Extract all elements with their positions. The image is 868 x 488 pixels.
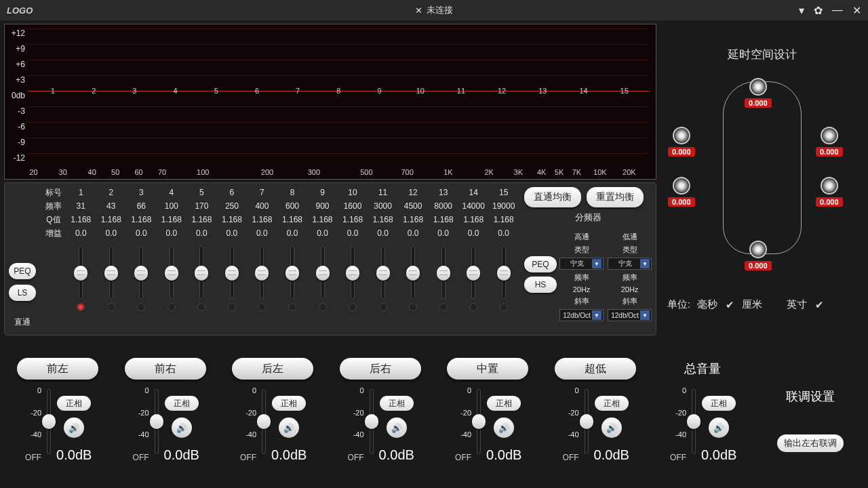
speaker-5[interactable]: 0.000 (745, 241, 772, 270)
logo: LOGO (7, 5, 33, 16)
channel-fader-1[interactable] (155, 389, 159, 454)
eq-led-13[interactable] (439, 303, 448, 311)
output-link-button[interactable]: 输出左右联调 (777, 434, 844, 452)
eq-led-8[interactable] (288, 303, 296, 311)
channel-4: 中置 0-20-40OFF 正相 🔊 0.0dB (437, 355, 539, 482)
channel-fader-master[interactable] (692, 389, 696, 454)
speaker-icon (749, 78, 767, 96)
mute-button-5[interactable]: 🔊 (601, 418, 622, 438)
eq-slider-7[interactable] (260, 246, 264, 299)
phase-button-master[interactable]: 正相 (702, 396, 736, 411)
mute-button-2[interactable]: 🔊 (279, 418, 299, 438)
peq-right-button[interactable]: PEQ (524, 256, 557, 272)
channel-db-master: 0.0dB (701, 447, 736, 463)
unit-cm-check[interactable] (769, 300, 780, 310)
eq-led-2[interactable] (107, 303, 115, 311)
dropdown-icon[interactable]: ▾ (799, 4, 804, 17)
channel-select-2[interactable]: 后左 (232, 358, 313, 380)
channel-select-1[interactable]: 前右 (125, 358, 206, 380)
channel-select-5[interactable]: 超低 (555, 358, 636, 380)
eq-slider-12[interactable] (411, 246, 415, 299)
eq-slider-6[interactable] (230, 246, 234, 299)
eq-led-9[interactable] (319, 303, 327, 311)
eq-led-3[interactable] (137, 303, 145, 311)
channel-fader-0[interactable] (47, 389, 51, 454)
eq-slider-1[interactable] (79, 246, 83, 299)
eq-slider-15[interactable] (502, 246, 506, 299)
mute-button-3[interactable]: 🔊 (387, 418, 407, 438)
speaker-icon: 🔊 (176, 423, 187, 433)
hs-button[interactable]: HS (524, 277, 557, 293)
speaker-icon (673, 177, 690, 195)
phase-button-2[interactable]: 正相 (272, 396, 306, 411)
speaker-3[interactable]: 0.000 (668, 177, 695, 207)
eq-led-11[interactable] (379, 303, 387, 311)
eq-slider-5[interactable] (199, 246, 203, 299)
eq-slider-10[interactable] (351, 246, 355, 299)
speaker-1[interactable]: 0.000 (668, 127, 695, 157)
crossover-title: 分频器 (524, 211, 652, 224)
eq-led-5[interactable] (197, 303, 205, 311)
phase-button-1[interactable]: 正相 (165, 396, 199, 411)
channel-master: 总音量 0-20-40OFF 正相 🔊 0.0dB (652, 355, 754, 482)
pass-label: 直通 (9, 317, 36, 328)
phase-button-0[interactable]: 正相 (57, 396, 91, 411)
bypass-eq-button[interactable]: 直通均衡 (524, 187, 581, 207)
speaker-icon (673, 127, 690, 144)
eq-slider-2[interactable] (109, 246, 113, 299)
lp-slope-select[interactable]: 12db/Oct▼ (608, 309, 652, 321)
mute-button-0[interactable]: 🔊 (64, 418, 84, 438)
channel-db-5: 0.0dB (594, 447, 629, 463)
phase-button-5[interactable]: 正相 (595, 396, 629, 411)
mute-button-1[interactable]: 🔊 (172, 418, 192, 438)
reset-eq-button[interactable]: 重置均衡 (587, 187, 644, 207)
eq-slider-9[interactable] (321, 246, 325, 299)
lp-type-select[interactable]: 宁克▼ (608, 258, 652, 270)
channel-fader-4[interactable] (477, 389, 481, 454)
eq-led-12[interactable] (409, 303, 417, 311)
channel-fader-5[interactable] (585, 389, 589, 454)
title-bar: LOGO ✕ 未连接 ▾ ✿ — ✕ (0, 0, 868, 20)
channel-db-1: 0.0dB (164, 447, 199, 463)
phase-button-4[interactable]: 正相 (487, 396, 521, 411)
gear-icon[interactable]: ✿ (814, 4, 823, 17)
channel-select-0[interactable]: 前左 (17, 358, 98, 380)
eq-led-4[interactable] (167, 303, 176, 311)
channel-select-4[interactable]: 中置 (447, 358, 528, 380)
eq-slider-13[interactable] (441, 246, 446, 299)
eq-slider-8[interactable] (290, 246, 294, 299)
speaker-0[interactable]: 0.000 (745, 78, 772, 108)
unit-in-check[interactable]: ✔ (814, 300, 825, 310)
eq-graph[interactable]: +12+9+6+30db-3-6-9-12 123456789101112131… (4, 24, 656, 180)
eq-slider-3[interactable] (139, 246, 143, 299)
ls-button[interactable]: LS (9, 285, 36, 301)
mute-button-4[interactable]: 🔊 (494, 418, 514, 438)
hp-type-select[interactable]: 宁克▼ (559, 258, 604, 270)
eq-slider-4[interactable] (170, 246, 174, 299)
channel-fader-3[interactable] (370, 389, 374, 454)
speaker-icon: 🔊 (391, 423, 402, 433)
eq-slider-14[interactable] (471, 246, 475, 299)
eq-slider-11[interactable] (381, 246, 385, 299)
eq-led-6[interactable] (228, 303, 236, 311)
close-icon[interactable]: ✕ (852, 4, 861, 17)
eq-led-10[interactable] (349, 303, 357, 311)
phase-button-3[interactable]: 正相 (380, 396, 414, 411)
speaker-4[interactable]: 0.000 (816, 177, 843, 207)
speaker-icon: 🔊 (498, 423, 509, 433)
minimize-icon[interactable]: — (832, 4, 843, 16)
hp-slope-select[interactable]: 12db/Oct▼ (559, 309, 604, 321)
speaker-2[interactable]: 0.000 (816, 127, 843, 157)
eq-led-15[interactable] (500, 303, 508, 311)
peq-button[interactable]: PEQ (9, 263, 36, 279)
speaker-icon: 🔊 (606, 423, 617, 433)
eq-led-1[interactable] (77, 303, 85, 311)
eq-led-7[interactable] (258, 303, 266, 311)
channel-select-3[interactable]: 后右 (340, 358, 421, 380)
mute-button-master[interactable]: 🔊 (709, 418, 729, 438)
channel-db-0: 0.0dB (56, 447, 92, 463)
disconnect-icon: ✕ (415, 5, 422, 16)
eq-led-14[interactable] (469, 303, 477, 311)
unit-ms-check[interactable]: ✔ (724, 300, 735, 310)
channel-fader-2[interactable] (262, 389, 266, 454)
